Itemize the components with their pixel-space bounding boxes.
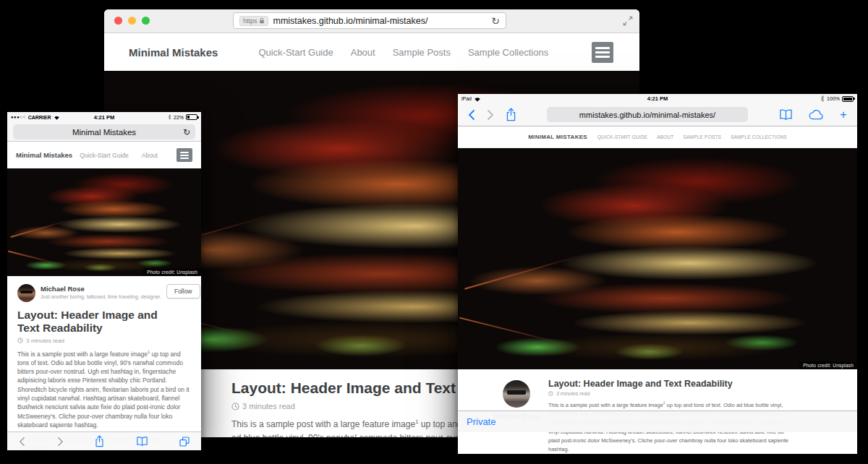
nav-link-quick-start-guide[interactable]: Quick-Start Guide xyxy=(80,152,129,159)
post-title: Layout: Header Image and Text Readabilit… xyxy=(548,379,791,389)
post-meta: 3 minutes read xyxy=(548,391,791,396)
nav-link-about[interactable]: About xyxy=(142,152,158,159)
menu-toggle-button[interactable] xyxy=(592,42,613,63)
hamburger-icon xyxy=(180,152,189,153)
nav-link-quick-start-guide[interactable]: QUICK-START GUIDE xyxy=(597,134,647,139)
nav-link-about[interactable]: ABOUT xyxy=(657,134,673,139)
post-body: This is a sample post with a large featu… xyxy=(17,349,191,430)
site-masthead: Minimal Mistakes Quick-Start Guide About… xyxy=(104,33,639,71)
nav-link-sample-collections[interactable]: SAMPLE COLLECTIONS xyxy=(731,134,787,139)
refresh-icon[interactable]: ↻ xyxy=(491,16,500,26)
fullscreen-expand-icon[interactable] xyxy=(623,16,633,26)
site-title[interactable]: Minimal Mistakes xyxy=(129,46,218,59)
battery-icon xyxy=(186,114,197,120)
nav-link-sample-collections[interactable]: Sample Collections xyxy=(468,47,548,58)
post-excerpt: Michael Rose Just another boring, tattoo… xyxy=(458,369,857,432)
author-bio: Just another boring, tattooed, time trav… xyxy=(41,294,161,299)
iphone-status-bar: ●●●○○ CARRIER 4:21 PM 22% xyxy=(7,112,201,122)
toolbar-right-icons: + xyxy=(779,108,847,121)
site-title[interactable]: MINIMAL MISTAKES xyxy=(528,134,587,140)
author-avatar xyxy=(17,284,35,302)
read-time: 3 minutes read xyxy=(26,338,64,344)
clock-icon xyxy=(17,338,23,343)
status-time: 4:21 PM xyxy=(458,95,857,102)
url-text[interactable]: mmistakes.github.io/minimal-mistakes/ xyxy=(579,111,715,119)
lock-icon xyxy=(259,17,265,24)
icloud-tabs-icon[interactable] xyxy=(809,110,824,120)
address-bar[interactable]: mmistakes.github.io/minimal-mistakes/ xyxy=(547,107,748,122)
url-text[interactable]: mmistakes.github.io/minimal-mistakes/ xyxy=(273,16,492,26)
post-meta: 3 minutes read xyxy=(17,338,191,344)
menu-toggle-button[interactable] xyxy=(176,148,192,162)
back-icon[interactable] xyxy=(19,437,25,447)
site-masthead: Minimal Mistakes Quick-Start Guide About xyxy=(7,142,201,168)
nav-link-quick-start-guide[interactable]: Quick-Start Guide xyxy=(258,47,333,58)
composite-stage: https mmistakes.github.io/minimal-mistak… xyxy=(0,0,868,464)
post-excerpt: Michael Rose Just another boring, tattoo… xyxy=(7,276,201,450)
address-bar[interactable]: Minimal Mistakes ↻ xyxy=(13,124,195,139)
forward-icon[interactable] xyxy=(487,109,494,121)
read-time: 3 minutes read xyxy=(556,391,590,396)
author-profile: Michael Rose Just another boring, tattoo… xyxy=(17,284,191,302)
safari-bottom-toolbar xyxy=(7,431,201,450)
page-title[interactable]: Minimal Mistakes xyxy=(72,128,136,137)
clock-icon xyxy=(231,403,239,411)
close-window-button[interactable] xyxy=(114,17,122,25)
safari-top-chrome: ●●●○○ CARRIER 4:21 PM 22% Minim xyxy=(7,112,201,142)
feature-image: Photo credit: Unsplash xyxy=(458,148,857,369)
feature-image: Photo credit: Unsplash xyxy=(7,168,201,276)
https-label: https xyxy=(243,17,258,25)
safari-toolbar: mmistakes.github.io/minimal-mistakes/ + xyxy=(458,103,857,126)
site-nav: QUICK-START GUIDE ABOUT SAMPLE POSTS SAM… xyxy=(597,134,787,139)
bookmarks-icon[interactable] xyxy=(779,109,793,120)
status-time: 4:21 PM xyxy=(7,114,201,121)
author-name: Michael Rose xyxy=(41,285,161,293)
refresh-icon[interactable]: ↻ xyxy=(183,128,190,137)
author-text: Michael Rose Just another boring, tattoo… xyxy=(41,284,161,299)
post-title: Layout: Header Image and Text Readabilit… xyxy=(17,309,182,335)
tabs-icon[interactable] xyxy=(179,437,190,447)
ipad-safari-window: iPad 4:21 PM 100% xyxy=(458,94,857,454)
browser-title-bar: https mmistakes.github.io/minimal-mistak… xyxy=(104,9,639,33)
bookmarks-icon[interactable] xyxy=(136,437,148,446)
photo-credit: Photo credit: Unsplash xyxy=(799,361,857,369)
minimize-window-button[interactable] xyxy=(128,17,136,25)
back-icon[interactable] xyxy=(468,109,475,121)
nav-link-about[interactable]: About xyxy=(351,47,375,58)
share-icon[interactable] xyxy=(95,435,104,447)
ipad-status-bar: iPad 4:21 PM 100% xyxy=(458,94,857,103)
hamburger-icon xyxy=(595,47,610,49)
safari-url-row: Minimal Mistakes ↻ xyxy=(7,122,201,139)
window-controls xyxy=(114,17,150,25)
address-bar[interactable]: https mmistakes.github.io/minimal-mistak… xyxy=(233,12,506,29)
photo-credit: Photo credit: Unsplash xyxy=(143,268,201,276)
nav-link-sample-posts[interactable]: Sample Posts xyxy=(393,47,451,58)
https-badge: https xyxy=(239,16,268,26)
site-masthead: MINIMAL MISTAKES QUICK-START GUIDE ABOUT… xyxy=(458,126,857,148)
author-avatar xyxy=(503,380,530,408)
nav-link-sample-posts[interactable]: SAMPLE POSTS xyxy=(684,134,722,139)
share-icon[interactable] xyxy=(506,108,516,121)
site-nav: Quick-Start Guide About Sample Posts Sam… xyxy=(258,47,548,58)
new-tab-icon[interactable]: + xyxy=(840,108,847,121)
follow-button[interactable]: Follow xyxy=(166,284,200,298)
iphone-safari-window: ●●●○○ CARRIER 4:21 PM 22% Minim xyxy=(7,112,201,450)
zoom-window-button[interactable] xyxy=(142,17,150,25)
private-browsing-bar: Private xyxy=(458,411,857,432)
forward-icon[interactable] xyxy=(57,437,64,447)
battery-icon xyxy=(842,96,854,102)
private-button[interactable]: Private xyxy=(467,416,495,427)
read-time: 3 minutes read xyxy=(242,402,295,411)
site-nav: Quick-Start Guide About xyxy=(80,152,158,159)
site-title[interactable]: Minimal Mistakes xyxy=(16,151,72,159)
